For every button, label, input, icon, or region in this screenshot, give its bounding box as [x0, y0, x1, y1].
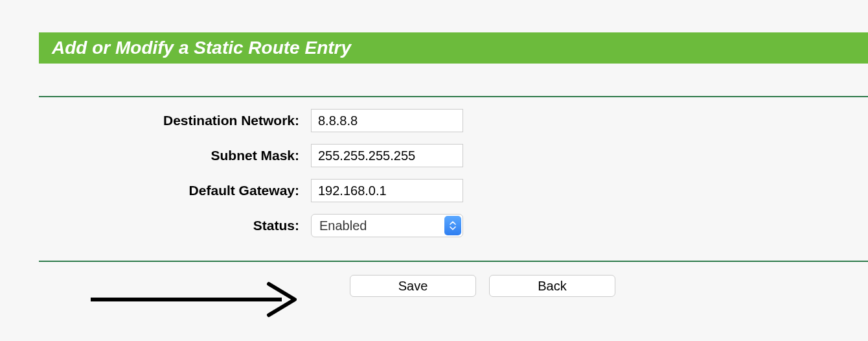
save-button[interactable]: Save: [350, 275, 476, 297]
status-label: Status:: [39, 218, 311, 233]
back-button[interactable]: Back: [489, 275, 615, 297]
default-gateway-input[interactable]: [311, 179, 463, 202]
subnet-mask-label: Subnet Mask:: [39, 148, 311, 163]
status-select[interactable]: Enabled: [311, 214, 463, 237]
subnet-mask-input[interactable]: [311, 144, 463, 167]
destination-network-label: Destination Network:: [39, 113, 311, 128]
page-title: Add or Modify a Static Route Entry: [52, 38, 351, 58]
default-gateway-label: Default Gateway:: [39, 183, 311, 198]
destination-network-input[interactable]: [311, 109, 463, 132]
chevron-up-down-icon: [444, 216, 461, 235]
static-route-form: Destination Network: Subnet Mask: Defaul…: [39, 97, 868, 261]
page-header: Add or Modify a Static Route Entry: [39, 32, 868, 64]
status-selected-value: Enabled: [312, 218, 444, 233]
